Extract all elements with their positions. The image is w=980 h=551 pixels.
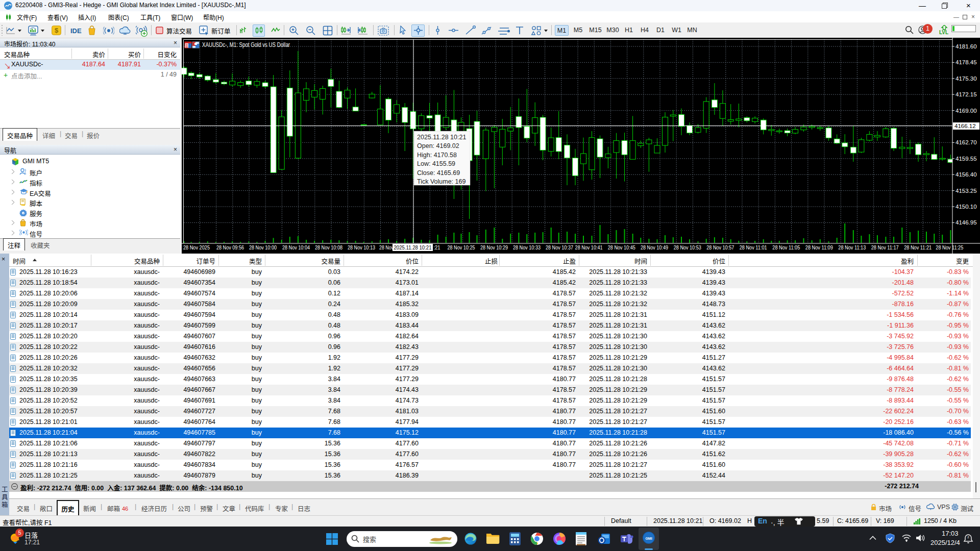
svg-text:28 Nov 11:21: 28 Nov 11:21 (904, 244, 932, 251)
svg-text:4150.10: 4150.10 (955, 204, 977, 210)
svg-text:4175.30: 4175.30 (955, 76, 977, 82)
svg-text:Open: 4169.02: Open: 4169.02 (417, 142, 459, 149)
svg-text:28 Nov 10:41: 28 Nov 10:41 (575, 244, 603, 251)
svg-text:2025.11.28 10:21: 2025.11.28 10:21 (417, 134, 466, 141)
svg-text:28 Nov 10:37: 28 Nov 10:37 (546, 244, 573, 251)
svg-text:28 Nov 10:04: 28 Nov 10:04 (282, 244, 310, 251)
svg-text:4169.00: 4169.00 (955, 108, 977, 114)
svg-text:4159.55: 4159.55 (955, 156, 977, 162)
svg-text:4156.40: 4156.40 (955, 171, 977, 178)
svg-text:28 Nov 11:17: 28 Nov 11:17 (871, 244, 899, 251)
svg-text:28 Nov 10:45: 28 Nov 10:45 (608, 244, 635, 251)
svg-text::21: :21 (434, 244, 440, 251)
svg-text:GMI: GMI (645, 537, 652, 540)
svg-text:28 Nov 10:13: 28 Nov 10:13 (348, 244, 375, 251)
svg-text:28 Nov 11:13: 28 Nov 11:13 (838, 244, 866, 251)
svg-text:2025.11.28 10:21: 2025.11.28 10:21 (394, 244, 432, 251)
svg-text:28 Nov 09:56: 28 Nov 09:56 (216, 244, 244, 251)
svg-text:High: 4170.58: High: 4170.58 (417, 152, 457, 159)
svg-text:28 Nov 10:00: 28 Nov 10:00 (249, 244, 277, 251)
svg-text:4153.25: 4153.25 (955, 188, 977, 194)
svg-text:28 Nov 10:53: 28 Nov 10:53 (674, 244, 701, 251)
svg-text:28 Nov 10:57: 28 Nov 10:57 (706, 244, 734, 251)
svg-text:$: $ (55, 27, 59, 34)
svg-text:Close: 4165.69: Close: 4165.69 (417, 169, 460, 177)
svg-text:4146.95: 4146.95 (955, 219, 977, 226)
svg-text:28 Nov 11:05: 28 Nov 11:05 (772, 244, 800, 251)
svg-text:4172.15: 4172.15 (955, 91, 977, 97)
svg-text:28 Nov 11:25: 28 Nov 11:25 (936, 244, 963, 251)
svg-text:28 Nov 10:25: 28 Nov 10:25 (448, 244, 475, 251)
svg-text:Low: 4155.59: Low: 4155.59 (417, 160, 455, 167)
svg-text:28 Nov 10:33: 28 Nov 10:33 (513, 244, 541, 251)
svg-text:28 Nov 10:08: 28 Nov 10:08 (315, 244, 342, 251)
svg-text:28 Nov 11:01: 28 Nov 11:01 (740, 244, 767, 251)
svg-text:28 Nov 2025: 28 Nov 2025 (183, 244, 210, 251)
svg-text:4181.60: 4181.60 (955, 43, 977, 49)
svg-text:Tick Volume: 169: Tick Volume: 169 (417, 178, 465, 185)
svg-text:4178.45: 4178.45 (955, 59, 977, 65)
svg-text:28 Nov 10:29: 28 Nov 10:29 (480, 244, 508, 251)
svg-text:XAUUSDc-, M1: Spot Gold vs US: XAUUSDc-, M1: Spot Gold vs US Dollar (202, 41, 290, 48)
svg-text:28 Nov 11:09: 28 Nov 11:09 (805, 244, 833, 251)
svg-text:28 Nov 10:49: 28 Nov 10:49 (641, 244, 668, 251)
svg-text:4166.12: 4166.12 (954, 123, 976, 129)
svg-text:z: z (967, 535, 969, 539)
svg-text:4162.70: 4162.70 (955, 139, 977, 145)
svg-text:28 Nov: 28 Nov (379, 244, 394, 251)
